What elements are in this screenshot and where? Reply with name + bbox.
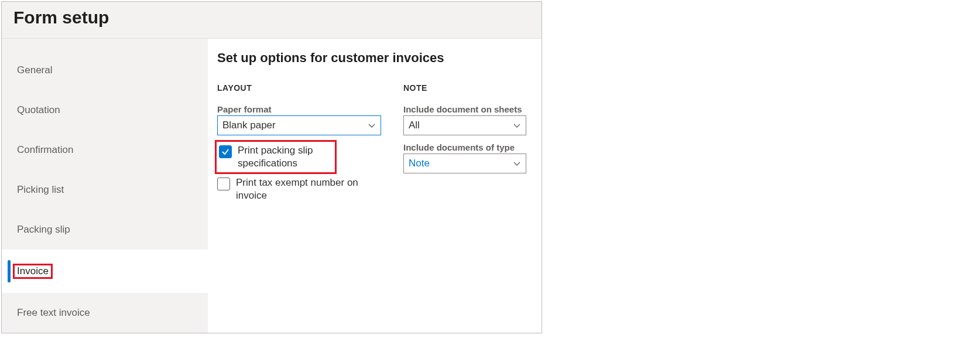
sidebar-item-label: Packing slip <box>17 224 70 236</box>
sidebar-item-label: Free text invoice <box>17 307 90 319</box>
sidebar-item-confirmation[interactable]: Confirmation <box>2 130 208 170</box>
form-setup-window: Form setup General Quotation Confirmatio… <box>1 1 542 333</box>
include-doc-type-label: Include documents of type <box>403 142 526 152</box>
sidebar-item-label: General <box>17 64 52 76</box>
include-doc-sheets-label: Include document on sheets <box>403 104 526 114</box>
print-packing-slip-group: Print packing slip specifications <box>215 140 337 174</box>
layout-column: LAYOUT Paper format Blank paper <box>217 83 382 207</box>
titlebar: Form setup <box>2 2 542 39</box>
note-column: NOTE Include document on sheets All Incl… <box>403 83 526 207</box>
paper-format-value: Blank paper <box>222 120 276 131</box>
include-doc-type-select[interactable]: Note <box>403 154 526 173</box>
sidebar-item-quotation[interactable]: Quotation <box>2 90 208 130</box>
sidebar-item-label: Invoice <box>13 264 53 279</box>
paper-format-label: Paper format <box>217 104 382 114</box>
chevron-down-icon <box>513 121 521 129</box>
content-heading: Set up options for customer invoices <box>217 50 532 66</box>
sidebar-item-label: Picking list <box>17 184 64 196</box>
print-packing-slip-label: Print packing slip specifications <box>238 144 331 170</box>
sidebar-item-general[interactable]: General <box>2 50 208 90</box>
sidebar-item-free-text-invoice[interactable]: Free text invoice <box>2 293 208 333</box>
sidebar-item-label: Confirmation <box>17 144 73 156</box>
print-tax-exempt-label: Print tax exempt number on invoice <box>236 176 382 202</box>
print-tax-exempt-row: Print tax exempt number on invoice <box>217 176 382 202</box>
layout-section-label: LAYOUT <box>217 83 382 93</box>
sidebar: General Quotation Confirmation Picking l… <box>2 39 208 333</box>
chevron-down-icon <box>368 121 376 129</box>
include-doc-type-value: Note <box>409 158 430 169</box>
include-doc-sheets-select[interactable]: All <box>403 115 526 135</box>
note-section-label: NOTE <box>403 83 526 93</box>
content-pane: Set up options for customer invoices LAY… <box>208 39 542 333</box>
sidebar-item-packing-slip[interactable]: Packing slip <box>2 210 208 250</box>
print-packing-slip-row: Print packing slip specifications <box>219 144 331 170</box>
sidebar-item-label: Quotation <box>17 104 60 116</box>
body: General Quotation Confirmation Picking l… <box>2 39 542 333</box>
paper-format-select[interactable]: Blank paper <box>217 115 381 135</box>
print-tax-exempt-checkbox[interactable] <box>217 178 230 190</box>
sidebar-item-picking-list[interactable]: Picking list <box>2 170 208 210</box>
chevron-down-icon <box>513 159 521 168</box>
sidebar-item-invoice[interactable]: Invoice <box>2 250 208 293</box>
columns: LAYOUT Paper format Blank paper <box>217 83 532 207</box>
print-packing-slip-checkbox[interactable] <box>219 145 232 158</box>
include-doc-sheets-value: All <box>409 120 420 131</box>
page-title: Form setup <box>13 8 530 28</box>
